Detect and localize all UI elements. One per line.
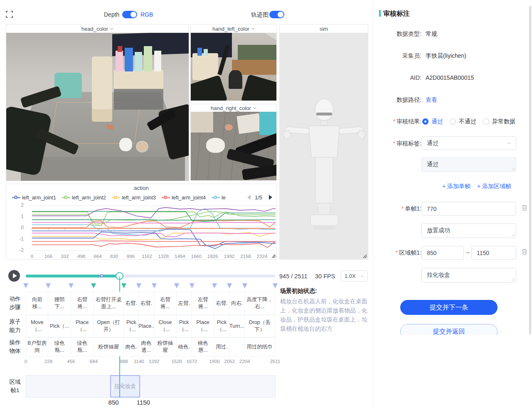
marker-triangle[interactable] <box>136 283 141 288</box>
marker-triangle[interactable] <box>46 283 51 288</box>
marker-triangle[interactable] <box>69 283 74 288</box>
data-path-link[interactable]: 查看 <box>426 96 437 104</box>
table-cell[interactable]: Place（... <box>192 315 214 337</box>
region-track[interactable] <box>26 375 276 398</box>
table-cell[interactable]: Move（... <box>26 315 48 337</box>
legend-item[interactable]: le <box>212 195 226 201</box>
table-cell[interactable]: 粉饼抽屉 <box>154 337 177 356</box>
single-frame-value: 770 <box>427 206 436 212</box>
fullscreen-icon[interactable] <box>6 11 13 18</box>
table-cell[interactable]: 高度下降，右... <box>245 292 275 315</box>
legend-item[interactable]: left_arm_joint1 <box>12 195 56 201</box>
table-cell[interactable]: Open（打开） <box>94 315 124 337</box>
table-cell[interactable]: 向前移... <box>26 292 48 315</box>
required-asterisk: * <box>393 140 395 147</box>
add-region-frame-link[interactable]: + 添加区域帧 <box>477 183 511 190</box>
radio-fail-label[interactable]: 不通过 <box>459 118 476 125</box>
sim-header: sim <box>280 25 368 33</box>
hand-left-title: hand_left_color <box>212 26 249 32</box>
table-cell[interactable]: 右臂. <box>124 292 139 315</box>
depth-rgb-toggle[interactable] <box>122 11 137 18</box>
segment-handle-left[interactable] <box>112 384 113 390</box>
table-cell[interactable]: 肉色透... <box>139 337 154 356</box>
segment-handle-right[interactable] <box>137 384 138 390</box>
table-cell[interactable]: Pick（... <box>124 315 139 337</box>
add-single-frame-link[interactable]: + 添加单帧 <box>442 183 470 190</box>
table-cell[interactable]: 用过的纸巾 <box>245 337 275 356</box>
marker-triangle-active[interactable] <box>121 283 126 288</box>
scrollbar-thumb[interactable] <box>529 6 531 334</box>
tag-note-textarea[interactable]: 通过 <box>421 157 516 172</box>
region-end-input[interactable]: 1150 <box>471 246 516 260</box>
table-cell[interactable]: 右臂打开桌面上... <box>94 292 124 315</box>
single-frame-input[interactable]: 770 <box>421 202 516 216</box>
table-cell[interactable]: B户型房间 <box>26 337 48 356</box>
tag-select[interactable]: 通过 <box>421 136 516 150</box>
table-cell[interactable]: 肉色. <box>124 337 139 356</box>
table-cell[interactable]: 右臂. <box>214 292 229 315</box>
table-cell[interactable]: 腰部下... <box>48 292 71 315</box>
delete-single-frame-icon[interactable] <box>521 204 528 211</box>
submit-next-button[interactable]: 提交并下一条 <box>400 300 498 315</box>
region-note-textarea[interactable]: 拉化妆盒 <box>421 268 516 282</box>
marker-triangle[interactable] <box>174 283 179 288</box>
radio-abnormal[interactable] <box>483 118 489 125</box>
marker-triangle[interactable] <box>190 283 195 288</box>
table-cell[interactable]: Close（... <box>154 315 177 337</box>
table-cell[interactable]: Turn... <box>229 315 244 337</box>
region-segment[interactable]: 拉化妆盒 <box>110 375 140 398</box>
table-cell[interactable]: 向右. <box>229 292 244 315</box>
table-cell[interactable]: 绿色瓶... <box>48 337 71 356</box>
marker-triangle[interactable] <box>23 283 28 288</box>
resize-grip-icon[interactable] <box>362 253 367 258</box>
table-cell[interactable]: 绿色瓶... <box>71 337 94 356</box>
marker-triangle-active[interactable] <box>91 283 96 288</box>
play-button[interactable] <box>8 270 20 282</box>
table-cell[interactable]: 右臂将... <box>154 292 177 315</box>
submit-back-button[interactable]: 提交并返回 <box>400 324 498 335</box>
table-cell[interactable]: 右臂将... <box>71 292 94 315</box>
hand-left-header[interactable]: hand_left_color <box>191 25 276 33</box>
legend-next-icon[interactable] <box>269 195 272 200</box>
radio-abnormal-label[interactable]: 异常数据 <box>492 118 515 125</box>
legend-prev-icon[interactable] <box>247 195 251 200</box>
sim-viewport[interactable] <box>280 33 368 259</box>
table-cell[interactable]: Pick（... <box>48 315 71 337</box>
marker-triangle[interactable] <box>273 283 278 288</box>
table-cell[interactable]: 右臂. <box>139 292 154 315</box>
legend-item[interactable]: left_arm_joint3 <box>112 195 156 201</box>
bottle-pink <box>116 51 123 71</box>
hand-right-header[interactable]: hand_right_color <box>191 104 276 112</box>
table-cell[interactable]: Place.. <box>139 315 154 337</box>
table-cell[interactable]: 左臂将... <box>192 292 214 315</box>
trajectory-toggle[interactable] <box>269 11 284 18</box>
table-cell[interactable]: Pick（... <box>214 315 229 337</box>
table-cell[interactable] <box>229 337 244 356</box>
table-cell[interactable]: 左臂. <box>177 292 192 315</box>
delete-region-frame-icon[interactable] <box>521 248 528 255</box>
radio-fail[interactable] <box>450 118 456 125</box>
marker-triangle[interactable] <box>227 283 232 288</box>
marker-triangle[interactable] <box>152 283 157 288</box>
legend-item[interactable]: left_arm_joint2 <box>62 195 106 201</box>
action-chart[interactable] <box>26 202 276 254</box>
radio-pass-label[interactable]: 通过 <box>431 118 443 125</box>
head-color-header[interactable]: head_color <box>6 25 189 33</box>
legend-item[interactable]: left_arm_joint4 <box>162 195 206 201</box>
table-cell[interactable]: Pick（... <box>177 315 192 337</box>
x-tick-label: 166 <box>44 254 52 259</box>
region-end-text: 1150 <box>477 250 489 256</box>
single-frame-dot[interactable] <box>100 274 103 277</box>
table-cell[interactable]: Drop（丢下） <box>245 315 275 337</box>
table-cell[interactable]: Place（... <box>71 315 94 337</box>
marker-triangle[interactable] <box>242 283 247 288</box>
region-start-input[interactable]: 850 <box>421 246 464 260</box>
marker-triangle[interactable] <box>212 283 217 288</box>
table-cell[interactable]: 桃色唇... <box>192 337 214 356</box>
table-cell[interactable]: 粉饼抽屉 <box>94 337 124 356</box>
speed-select[interactable]: 1.0X <box>341 270 368 282</box>
single-frame-note-textarea[interactable]: 放置成功 <box>421 223 516 238</box>
table-cell[interactable]: 桃色. <box>177 337 192 356</box>
radio-pass[interactable] <box>422 118 429 125</box>
table-cell[interactable]: 用过. <box>214 337 229 356</box>
